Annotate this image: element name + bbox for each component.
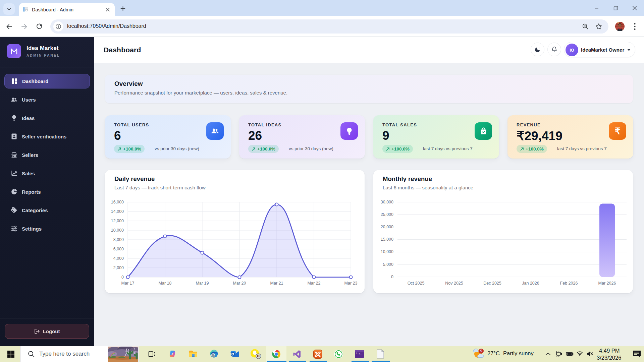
svg-text:Mar 23: Mar 23: [344, 281, 358, 286]
svg-text:Mar 20: Mar 20: [233, 281, 246, 286]
svg-text:0: 0: [391, 275, 393, 279]
svg-text:10,000: 10,000: [111, 228, 124, 233]
svg-text:Dec 2025: Dec 2025: [483, 281, 501, 286]
svg-text:0: 0: [121, 275, 124, 280]
svg-text:Mar 2026: Mar 2026: [598, 281, 616, 286]
svg-text:10: 10: [256, 354, 260, 358]
svg-text:Mar 19: Mar 19: [196, 281, 209, 286]
svg-text:15,000: 15,000: [381, 237, 393, 242]
svg-text:Mar 21: Mar 21: [270, 281, 283, 286]
svg-text:30,000: 30,000: [381, 200, 393, 204]
svg-text:4,000: 4,000: [113, 256, 124, 261]
svg-text:25,000: 25,000: [381, 212, 393, 217]
svg-text:Oct 2025: Oct 2025: [408, 281, 425, 286]
svg-text:20,000: 20,000: [381, 225, 393, 229]
svg-text:Nov 2025: Nov 2025: [445, 281, 463, 286]
svg-text:2,000: 2,000: [113, 265, 124, 270]
svg-text:Feb 2026: Feb 2026: [560, 281, 578, 286]
svg-text:14,000: 14,000: [111, 209, 124, 214]
svg-text:5: 5: [480, 349, 482, 353]
svg-text:Mar 17: Mar 17: [121, 281, 135, 286]
svg-text:12,000: 12,000: [111, 219, 124, 223]
svg-text:Mar 22: Mar 22: [308, 281, 321, 286]
svg-text:C:\_: C:\_: [356, 352, 362, 355]
svg-text:6,000: 6,000: [113, 247, 124, 251]
svg-text:5,000: 5,000: [383, 262, 393, 267]
svg-text:Mar 18: Mar 18: [159, 281, 172, 286]
svg-text:10,000: 10,000: [381, 249, 393, 254]
svg-text:16,000: 16,000: [111, 200, 124, 204]
svg-text:Jan 2026: Jan 2026: [522, 281, 539, 286]
svg-text:8,000: 8,000: [113, 237, 124, 242]
